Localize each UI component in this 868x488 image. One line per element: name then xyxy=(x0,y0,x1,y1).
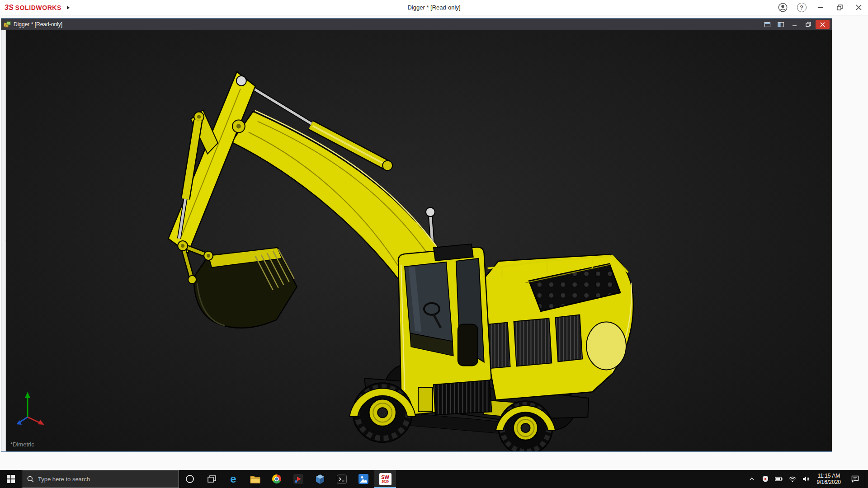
cube-3d-app-button[interactable] xyxy=(309,470,331,488)
action-center-icon xyxy=(851,475,859,483)
assembly-document-icon xyxy=(4,21,11,28)
help-icon: ? xyxy=(797,3,807,12)
minimize-icon xyxy=(792,22,797,27)
start-button[interactable] xyxy=(0,470,22,488)
clock-date: 9/16/2020 xyxy=(817,479,841,485)
taskbar-clock[interactable]: 11:15 AM 9/16/2020 xyxy=(813,470,845,488)
network-tray-button[interactable] xyxy=(786,470,799,488)
cortana-icon xyxy=(185,474,194,483)
cab[interactable] xyxy=(398,244,492,415)
close-doc-button[interactable] xyxy=(816,20,830,29)
menu-expand-arrow-icon[interactable] xyxy=(67,6,70,9)
taskbar: e xyxy=(0,470,868,488)
engine-house[interactable] xyxy=(475,254,633,400)
action-center-button[interactable] xyxy=(845,470,865,488)
solidworks-logo: 3S SOLIDWORKS xyxy=(0,4,70,12)
restore-icon xyxy=(806,22,811,27)
document-title: Digger * [Read-only] xyxy=(14,21,62,28)
restore-app-button[interactable] xyxy=(830,0,849,15)
3d-viewport[interactable]: *Dimetric xyxy=(6,30,832,451)
edge-button[interactable]: e xyxy=(222,470,244,488)
featuremanager-collapsed-panel[interactable] xyxy=(1,30,6,451)
task-view-button[interactable] xyxy=(201,470,222,488)
close-icon xyxy=(856,5,862,10)
window-thumbnail-icon xyxy=(764,22,771,28)
terminal-icon xyxy=(337,474,347,484)
search-input[interactable] xyxy=(38,476,174,483)
minimize-icon xyxy=(818,7,823,8)
help-button[interactable]: ? xyxy=(792,0,811,15)
minimize-app-button[interactable] xyxy=(811,0,830,15)
excavator-model[interactable] xyxy=(6,30,832,451)
restore-icon xyxy=(837,5,843,10)
edge-icon: e xyxy=(230,474,236,484)
file-explorer-button[interactable] xyxy=(244,470,266,488)
media-player-icon xyxy=(293,474,303,484)
cortana-button[interactable] xyxy=(179,470,201,488)
search-icon xyxy=(27,476,34,483)
battery-tray-button[interactable] xyxy=(772,470,786,488)
account-icon xyxy=(778,3,788,12)
chevron-up-icon xyxy=(749,476,755,482)
desktop-screen: 3S SOLIDWORKS Digger * [Read-only] ? xyxy=(0,0,868,488)
view-orientation-label: *Dimetric xyxy=(10,441,34,448)
minimize-doc-button[interactable] xyxy=(788,20,801,29)
security-tray-button[interactable] xyxy=(759,470,772,488)
close-app-button[interactable] xyxy=(849,0,868,15)
photos-button[interactable] xyxy=(353,470,374,488)
dassault-mark: 3S xyxy=(5,4,14,12)
account-button[interactable] xyxy=(773,0,792,15)
app-window-title: Digger * [Read-only] xyxy=(0,4,868,11)
restore-doc-button[interactable] xyxy=(802,20,814,29)
system-tray: 11:15 AM 9/16/2020 xyxy=(745,470,868,488)
orientation-triad xyxy=(12,389,50,431)
media-player-button[interactable] xyxy=(288,470,309,488)
mdi-area: Digger * [Read-only] xyxy=(0,15,868,470)
battery-icon xyxy=(775,477,783,481)
app-titlebar[interactable]: 3S SOLIDWORKS Digger * [Read-only] ? xyxy=(0,0,868,15)
solidworks-2020-icon: SW 2020 xyxy=(379,473,392,485)
windows-logo-icon xyxy=(7,475,15,483)
photos-icon xyxy=(359,474,368,484)
taskbar-search[interactable] xyxy=(22,470,179,488)
document-titlebar[interactable]: Digger * [Read-only] xyxy=(1,19,832,30)
document-window: Digger * [Read-only] xyxy=(1,18,832,452)
tray-expand-button[interactable] xyxy=(745,470,759,488)
chrome-icon xyxy=(272,474,282,484)
chrome-button[interactable] xyxy=(266,470,288,488)
solidworks-app-button[interactable]: SW 2020 xyxy=(374,470,396,488)
security-shield-icon xyxy=(762,475,769,483)
terminal-button[interactable] xyxy=(331,470,353,488)
volume-tray-button[interactable] xyxy=(799,470,813,488)
brand-name: SOLIDWORKS xyxy=(15,4,61,11)
clock-time: 11:15 AM xyxy=(817,473,840,479)
window-split-icon xyxy=(778,22,784,28)
wifi-icon xyxy=(789,476,796,482)
task-view-icon xyxy=(208,475,216,483)
file-explorer-icon xyxy=(250,475,260,483)
show-desktop-button[interactable] xyxy=(865,470,868,488)
bucket[interactable] xyxy=(178,241,297,328)
cube-3d-icon xyxy=(315,474,325,484)
close-icon xyxy=(820,22,825,27)
doc-tool-button-2[interactable] xyxy=(775,20,787,29)
doc-tool-button-1[interactable] xyxy=(761,20,774,29)
speaker-icon xyxy=(802,476,810,482)
